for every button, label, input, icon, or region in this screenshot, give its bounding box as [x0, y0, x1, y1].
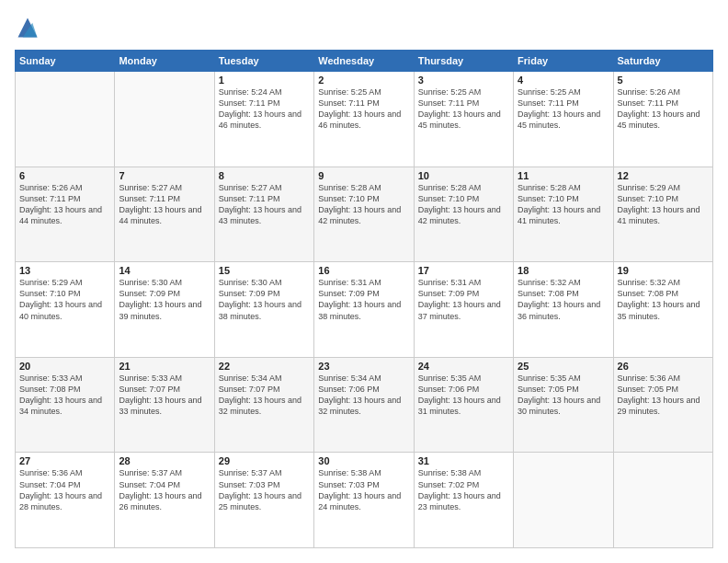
calendar-cell [514, 453, 613, 548]
day-number: 10 [418, 170, 509, 181]
day-info: Sunrise: 5:29 AMSunset: 7:10 PMDaylight:… [618, 182, 709, 227]
calendar-table: SundayMondayTuesdayWednesdayThursdayFrid… [15, 50, 713, 548]
day-number: 31 [418, 455, 509, 466]
calendar-week-5: 27Sunrise: 5:36 AMSunset: 7:04 PMDayligh… [16, 453, 713, 548]
day-info: Sunrise: 5:35 AMSunset: 7:05 PMDaylight:… [518, 373, 609, 418]
calendar-cell: 30Sunrise: 5:38 AMSunset: 7:03 PMDayligh… [314, 453, 414, 548]
day-info: Sunrise: 5:26 AMSunset: 7:11 PMDaylight:… [19, 182, 110, 227]
calendar-cell [115, 72, 214, 167]
calendar-cell: 17Sunrise: 5:31 AMSunset: 7:09 PMDayligh… [414, 262, 513, 358]
weekday-header-tuesday: Tuesday [214, 51, 313, 72]
calendar-cell: 13Sunrise: 5:29 AMSunset: 7:10 PMDayligh… [16, 262, 115, 358]
day-number: 20 [19, 361, 110, 372]
day-number: 27 [19, 455, 110, 466]
calendar-cell: 21Sunrise: 5:33 AMSunset: 7:07 PMDayligh… [115, 357, 214, 453]
calendar-cell: 16Sunrise: 5:31 AMSunset: 7:09 PMDayligh… [314, 262, 414, 358]
day-info: Sunrise: 5:25 AMSunset: 7:11 PMDaylight:… [418, 86, 509, 132]
day-number: 6 [19, 170, 110, 181]
day-number: 11 [518, 170, 609, 181]
day-info: Sunrise: 5:25 AMSunset: 7:11 PMDaylight:… [518, 86, 609, 132]
calendar-cell [613, 453, 712, 548]
calendar-cell: 5Sunrise: 5:26 AMSunset: 7:11 PMDaylight… [613, 72, 712, 167]
page: SundayMondayTuesdayWednesdayThursdayFrid… [0, 0, 728, 563]
day-info: Sunrise: 5:36 AMSunset: 7:04 PMDaylight:… [19, 467, 110, 512]
day-number: 3 [418, 75, 509, 86]
weekday-header-wednesday: Wednesday [314, 51, 414, 72]
day-number: 24 [418, 361, 509, 372]
day-number: 17 [418, 265, 509, 276]
day-info: Sunrise: 5:33 AMSunset: 7:08 PMDaylight:… [19, 373, 110, 418]
day-number: 30 [318, 455, 409, 466]
calendar-cell: 26Sunrise: 5:36 AMSunset: 7:05 PMDayligh… [613, 357, 712, 453]
calendar-cell: 11Sunrise: 5:28 AMSunset: 7:10 PMDayligh… [514, 167, 613, 262]
calendar-cell: 20Sunrise: 5:33 AMSunset: 7:08 PMDayligh… [16, 357, 115, 453]
calendar-cell: 1Sunrise: 5:24 AMSunset: 7:11 PMDaylight… [214, 72, 313, 167]
weekday-header-sunday: Sunday [16, 51, 115, 72]
day-number: 28 [119, 455, 210, 466]
day-info: Sunrise: 5:32 AMSunset: 7:08 PMDaylight:… [518, 277, 609, 322]
day-number: 8 [219, 170, 310, 181]
weekday-header-thursday: Thursday [414, 51, 513, 72]
weekday-header-friday: Friday [514, 51, 613, 72]
day-info: Sunrise: 5:38 AMSunset: 7:02 PMDaylight:… [418, 467, 509, 512]
weekday-header-monday: Monday [115, 51, 214, 72]
day-info: Sunrise: 5:38 AMSunset: 7:03 PMDaylight:… [318, 467, 409, 512]
calendar-cell: 23Sunrise: 5:34 AMSunset: 7:06 PMDayligh… [314, 357, 414, 453]
day-number: 9 [318, 170, 409, 181]
day-number: 19 [618, 265, 709, 276]
calendar-cell: 25Sunrise: 5:35 AMSunset: 7:05 PMDayligh… [514, 357, 613, 453]
calendar-cell: 27Sunrise: 5:36 AMSunset: 7:04 PMDayligh… [16, 453, 115, 548]
calendar-cell: 9Sunrise: 5:28 AMSunset: 7:10 PMDaylight… [314, 167, 414, 262]
calendar-cell: 4Sunrise: 5:25 AMSunset: 7:11 PMDaylight… [514, 72, 613, 167]
day-info: Sunrise: 5:26 AMSunset: 7:11 PMDaylight:… [618, 86, 709, 132]
day-info: Sunrise: 5:37 AMSunset: 7:03 PMDaylight:… [219, 467, 310, 512]
day-number: 1 [219, 75, 310, 86]
day-number: 29 [219, 455, 310, 466]
day-number: 22 [219, 361, 310, 372]
calendar-cell: 31Sunrise: 5:38 AMSunset: 7:02 PMDayligh… [414, 453, 513, 548]
logo [15, 15, 44, 40]
day-info: Sunrise: 5:32 AMSunset: 7:08 PMDaylight:… [618, 277, 709, 322]
calendar-cell: 14Sunrise: 5:30 AMSunset: 7:09 PMDayligh… [115, 262, 214, 358]
day-info: Sunrise: 5:33 AMSunset: 7:07 PMDaylight:… [119, 373, 210, 418]
day-number: 4 [518, 75, 609, 86]
day-number: 7 [119, 170, 210, 181]
day-info: Sunrise: 5:34 AMSunset: 7:06 PMDaylight:… [318, 373, 409, 418]
day-number: 21 [119, 361, 210, 372]
day-info: Sunrise: 5:37 AMSunset: 7:04 PMDaylight:… [119, 467, 210, 512]
calendar-cell: 15Sunrise: 5:30 AMSunset: 7:09 PMDayligh… [214, 262, 313, 358]
day-info: Sunrise: 5:30 AMSunset: 7:09 PMDaylight:… [219, 277, 310, 322]
calendar-cell: 8Sunrise: 5:27 AMSunset: 7:11 PMDaylight… [214, 167, 313, 262]
day-info: Sunrise: 5:24 AMSunset: 7:11 PMDaylight:… [219, 86, 310, 132]
day-info: Sunrise: 5:28 AMSunset: 7:10 PMDaylight:… [518, 182, 609, 227]
day-info: Sunrise: 5:31 AMSunset: 7:09 PMDaylight:… [418, 277, 509, 322]
calendar-cell: 3Sunrise: 5:25 AMSunset: 7:11 PMDaylight… [414, 72, 513, 167]
calendar-cell: 10Sunrise: 5:28 AMSunset: 7:10 PMDayligh… [414, 167, 513, 262]
calendar-week-4: 20Sunrise: 5:33 AMSunset: 7:08 PMDayligh… [16, 357, 713, 453]
calendar-cell: 24Sunrise: 5:35 AMSunset: 7:06 PMDayligh… [414, 357, 513, 453]
day-number: 26 [618, 361, 709, 372]
day-info: Sunrise: 5:36 AMSunset: 7:05 PMDaylight:… [618, 373, 709, 418]
calendar-cell: 18Sunrise: 5:32 AMSunset: 7:08 PMDayligh… [514, 262, 613, 358]
day-number: 23 [318, 361, 409, 372]
logo-icon [15, 15, 40, 40]
calendar-cell: 2Sunrise: 5:25 AMSunset: 7:11 PMDaylight… [314, 72, 414, 167]
day-number: 25 [518, 361, 609, 372]
day-number: 2 [318, 75, 409, 86]
calendar-cell: 12Sunrise: 5:29 AMSunset: 7:10 PMDayligh… [613, 167, 712, 262]
header [15, 15, 713, 40]
day-number: 12 [618, 170, 709, 181]
day-info: Sunrise: 5:29 AMSunset: 7:10 PMDaylight:… [19, 277, 110, 322]
day-info: Sunrise: 5:28 AMSunset: 7:10 PMDaylight:… [318, 182, 409, 227]
calendar-cell [16, 72, 115, 167]
day-info: Sunrise: 5:34 AMSunset: 7:07 PMDaylight:… [219, 373, 310, 418]
day-number: 15 [219, 265, 310, 276]
calendar-cell: 19Sunrise: 5:32 AMSunset: 7:08 PMDayligh… [613, 262, 712, 358]
calendar-week-3: 13Sunrise: 5:29 AMSunset: 7:10 PMDayligh… [16, 262, 713, 358]
day-number: 16 [318, 265, 409, 276]
day-info: Sunrise: 5:25 AMSunset: 7:11 PMDaylight:… [318, 86, 409, 132]
calendar-cell: 29Sunrise: 5:37 AMSunset: 7:03 PMDayligh… [214, 453, 313, 548]
day-info: Sunrise: 5:35 AMSunset: 7:06 PMDaylight:… [418, 373, 509, 418]
day-info: Sunrise: 5:31 AMSunset: 7:09 PMDaylight:… [318, 277, 409, 322]
day-number: 5 [618, 75, 709, 86]
